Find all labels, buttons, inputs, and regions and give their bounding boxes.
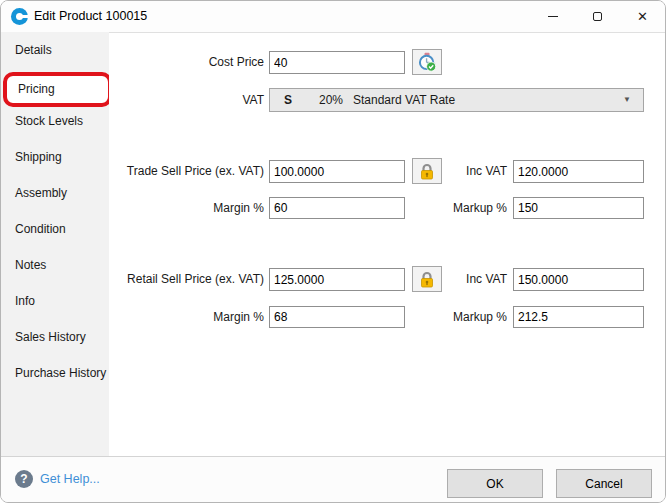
maximize-icon [593,12,602,21]
clock-check-icon [417,52,437,72]
footer: ? Get Help... OK Cancel [1,456,665,502]
trade-markup-label: Markup % [401,197,507,220]
get-help-link[interactable]: Get Help... [40,470,100,488]
trade-sell-price-label: Trade Sell Price (ex. VAT) [61,160,264,183]
retail-markup-label: Markup % [401,306,507,329]
vat-label: VAT [61,89,264,112]
trade-inc-vat-input[interactable] [513,160,644,183]
vat-code: S [284,89,292,111]
app-logo-icon [11,8,28,25]
window-title: Edit Product 100015 [34,1,147,32]
retail-margin-input[interactable] [269,306,405,328]
chevron-down-icon: ▼ [623,89,631,111]
ok-button[interactable]: OK [447,469,543,498]
vat-dropdown[interactable]: S 20% Standard VAT Rate ▼ [269,88,644,112]
trade-margin-label: Margin % [61,197,264,220]
edit-product-dialog: Edit Product 100015 ✕ Details Pricing St… [0,0,666,503]
minimize-icon [548,16,558,17]
window-controls: ✕ [530,1,665,32]
cost-price-label: Cost Price [61,51,264,74]
vat-rate: 20% [319,89,343,111]
cost-price-input[interactable] [269,51,405,74]
help-icon: ? [15,470,33,488]
retail-inc-vat-input[interactable] [513,268,644,291]
close-button[interactable]: ✕ [620,1,665,32]
vat-description: Standard VAT Rate [353,89,455,111]
titlebar: Edit Product 100015 ✕ [1,1,665,32]
retail-sell-price-label: Retail Sell Price (ex. VAT) [61,268,264,291]
sidebar-item-purchase-history[interactable]: Purchase History [1,355,109,391]
trade-inc-vat-label: Inc VAT [401,160,507,183]
cost-price-history-button[interactable] [412,49,442,75]
retail-inc-vat-label: Inc VAT [401,268,507,291]
maximize-button[interactable] [575,1,620,32]
retail-margin-label: Margin % [61,306,264,329]
retail-ex-vat-input[interactable] [269,268,405,291]
minimize-button[interactable] [530,1,575,32]
trade-ex-vat-input[interactable] [269,160,405,183]
cancel-button[interactable]: Cancel [556,469,652,498]
close-icon: ✕ [637,10,648,23]
retail-markup-input[interactable] [513,306,644,328]
trade-markup-input[interactable] [513,197,644,219]
trade-margin-input[interactable] [269,197,405,219]
